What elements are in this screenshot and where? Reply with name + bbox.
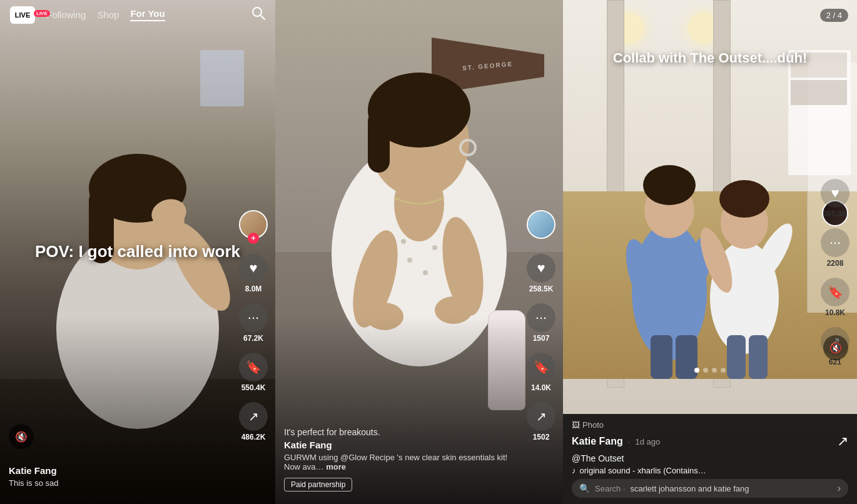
comment-button-2[interactable]: ··· 1507 [527,303,555,343]
like-count-1: 8.0M [245,285,262,293]
bookmark-icon-3: 🔖 [821,278,849,306]
bookmark-button-3[interactable]: 🔖 10.8K [821,278,849,317]
page-counter-text: 2 / 4 [826,11,842,20]
svg-point-23 [643,165,696,205]
comment-icon-3: ··· [821,228,849,257]
comment-icon-1: ··· [239,303,268,332]
at-mention-3[interactable]: @The Outset [572,453,848,463]
bookmark-count-3: 10.8K [825,308,845,317]
like-count-2: 258.5K [529,285,554,293]
music-icon-3: ♪ [572,466,576,475]
avatar-wrap-1[interactable]: + [239,210,268,239]
dot-4 [721,368,726,373]
like-count-3: 365.0K [823,209,848,218]
bookmark-count-2: 14.0K [531,383,551,392]
live-dot-badge: LIVE [34,10,50,17]
video-text-overlay-1: POV: I got called into work [28,242,248,261]
collab-text-span: Collab with The Outset....duh! [613,50,807,66]
avatar-2 [527,210,555,239]
time-ago-3: 1d ago [635,437,660,446]
avatar-wrap-2[interactable] [527,210,555,239]
dot-indicators [694,368,726,373]
dot-1 [694,368,699,373]
search-text-3: scarlett johansson and katie fang [630,484,832,493]
nav-for-you[interactable]: For You [130,8,165,21]
share-icon-2: ↗ [527,402,555,431]
people-svg-3 [582,104,832,379]
svg-rect-15 [368,110,390,173]
svg-point-7 [401,239,406,244]
share-count-1: 486.2K [241,433,266,441]
share-button-1[interactable]: ↗ 486.2K [239,402,268,441]
live-text: LIVE [15,11,30,19]
share-icon-1: ↗ [239,402,268,431]
avatar-img-2 [528,211,554,238]
video-panel-3[interactable]: Collab with The Outset....duh! 2 / 4 ♥ 3… [563,0,857,504]
bookmark-button-2[interactable]: 🔖 14.0K [527,353,555,392]
like-button-3[interactable]: ♥ 365.0K [821,179,849,218]
search-nav-icon[interactable] [251,6,265,24]
photo-badge: 🖼 Photo [572,420,848,430]
sound-button-3[interactable]: 🔇 [823,335,848,360]
creator-name-2: Katie Fang [284,440,517,450]
music-row-3: ♪ original sound - xharlis (Contains… [572,466,848,475]
heart-icon-2: ♥ [527,254,555,283]
more-text-2[interactable]: more [326,462,346,471]
sound-button-1[interactable]: 🔇 [9,424,34,449]
dot-2 [703,368,708,373]
top-nav: LIVE LIVE Following Shop For You [0,0,275,29]
caption-body-2: GURWM using @Glow Recipe 's new clear sk… [284,453,507,471]
dot-3 [712,368,717,373]
comment-count-3: 2208 [827,259,844,268]
photo-label: Photo [582,420,604,430]
svg-point-10 [407,258,412,263]
text-overlay-1: POV: I got called into work [35,242,240,261]
collab-text: Collab with The Outset....duh! [613,50,807,66]
creator-row-3: Katie Fang · 1d ago ↗ [572,433,848,450]
comment-icon-2: ··· [527,303,555,332]
page-counter: 2 / 4 [820,9,848,22]
heart-icon-1: ♥ [239,254,268,283]
video-panel-2[interactable]: ST. GEORGE [275,0,563,504]
caption-main-2: It's perfect for breakouts. [284,427,517,437]
nav-shop[interactable]: Shop [97,9,119,20]
comment-button-1[interactable]: ··· 67.2K [239,303,268,343]
follow-plus-1[interactable]: + [248,233,259,244]
share-btn-panel3[interactable]: ↗ [837,433,848,450]
search-label-3: Search · [595,484,625,493]
svg-rect-31 [727,335,746,379]
action-buttons-1: + ♥ 8.0M ··· 67.2K 🔖 550.4K ↗ 486.2K [239,210,268,441]
comment-count-1: 67.2K [243,334,263,343]
creator-name-3: Katie Fang [572,436,623,447]
nav-following[interactable]: Following [46,9,86,20]
paid-partnership-badge: Paid partnership [284,478,352,491]
photo-icon: 🖼 [572,420,580,430]
bookmark-count-1: 550.4K [241,383,266,392]
music-text-3: original sound - xharlis (Contains… [580,466,706,475]
heart-icon-3: ♥ [821,179,849,208]
search-chevron-3: › [838,483,841,494]
video-info-1: Katie Fang This is so sad [0,465,238,504]
video-panel-1[interactable]: POV: I got called into work + ♥ 8.0M ···… [0,0,275,504]
svg-point-11 [423,270,428,275]
video-caption-1: This is so sad [9,478,229,488]
svg-point-9 [432,245,437,250]
videos-container: POV: I got called into work + ♥ 8.0M ···… [0,0,857,504]
video-info-2: It's perfect for breakouts. Katie Fang G… [275,427,525,504]
share-count-2: 1502 [533,433,550,441]
search-row-3[interactable]: 🔍 Search · scarlett johansson and katie … [572,479,848,498]
creator-info-3: Katie Fang · 1d ago [572,436,660,447]
bookmark-icon-2: 🔖 [527,353,555,381]
action-buttons-2: ♥ 258.5K ··· 1507 🔖 14.0K ↗ 1502 [527,210,555,441]
svg-rect-24 [651,335,672,379]
svg-line-36 [261,15,265,19]
comment-button-3[interactable]: ··· 2208 [821,228,849,268]
bookmark-button-1[interactable]: 🔖 550.4K [239,353,268,392]
share-button-2[interactable]: ↗ 1502 [527,402,555,441]
live-icon: LIVE [10,6,35,24]
live-badge[interactable]: LIVE LIVE [10,6,35,24]
like-button-2[interactable]: ♥ 258.5K [527,254,555,293]
nav-left: LIVE LIVE Following Shop For You [10,6,165,24]
creator-name-1: Katie Fang [9,465,229,476]
like-button-1[interactable]: ♥ 8.0M [239,254,268,293]
